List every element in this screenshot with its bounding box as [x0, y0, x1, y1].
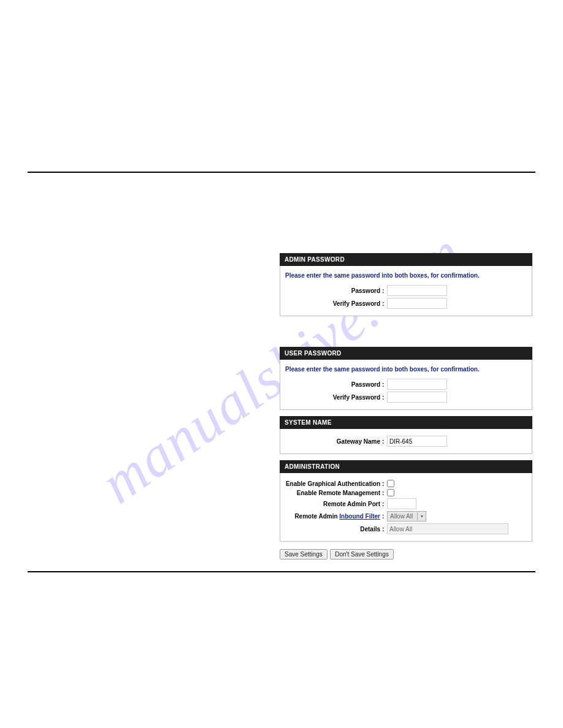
administration-header: ADMINISTRATION: [280, 460, 532, 473]
enable-graphical-auth-label: Enable Graphical Authentication: [285, 480, 382, 487]
remote-admin-filter-selected: Allow All: [390, 513, 417, 520]
save-settings-button[interactable]: Save Settings: [280, 549, 327, 559]
remote-admin-port-label: Remote Admin Port: [285, 501, 382, 507]
remote-admin-filter-dropdown[interactable]: Allow All ▾: [387, 511, 426, 521]
user-password-label: Password: [285, 381, 382, 388]
admin-verify-password-label: Verify Password: [285, 300, 382, 307]
system-name-panel: SYSTEM NAME Gateway Name :: [280, 416, 532, 454]
admin-password-input[interactable]: [387, 285, 447, 296]
remote-admin-port-input[interactable]: [387, 498, 416, 509]
user-password-instruction: Please enter the same password into both…: [285, 366, 527, 373]
enable-graphical-auth-checkbox[interactable]: [387, 480, 394, 487]
user-password-panel: USER PASSWORD Please enter the same pass…: [280, 347, 532, 410]
administration-panel: ADMINISTRATION Enable Graphical Authenti…: [280, 460, 532, 542]
enable-remote-management-label: Enable Remote Management: [285, 490, 382, 496]
remote-admin-inbound-filter-label: Remote Admin Inbound Filter: [285, 513, 382, 520]
horizontal-rule-top: [28, 172, 535, 173]
user-verify-password-label: Verify Password: [285, 394, 382, 401]
horizontal-rule-bottom: [28, 571, 535, 572]
admin-verify-password-input[interactable]: [387, 298, 447, 309]
inbound-filter-link[interactable]: Inbound Filter: [339, 513, 380, 520]
details-input: [387, 523, 508, 534]
admin-password-header: ADMIN PASSWORD: [280, 253, 532, 266]
chevron-down-icon: ▾: [417, 512, 426, 520]
admin-password-instruction: Please enter the same password into both…: [285, 272, 527, 279]
action-buttons-row: Save Settings Don't Save Settings: [280, 548, 532, 559]
gateway-name-label: Gateway Name: [285, 438, 382, 445]
dont-save-settings-button[interactable]: Don't Save Settings: [330, 549, 394, 559]
gateway-name-input[interactable]: [387, 436, 447, 447]
admin-password-panel: ADMIN PASSWORD Please enter the same pas…: [280, 253, 532, 316]
user-password-input[interactable]: [387, 379, 447, 390]
admin-password-label: Password: [285, 287, 382, 294]
details-label: Details: [285, 526, 382, 533]
system-name-header: SYSTEM NAME: [280, 416, 532, 429]
enable-remote-management-checkbox[interactable]: [387, 489, 394, 496]
user-verify-password-input[interactable]: [387, 392, 447, 403]
settings-column: ADMIN PASSWORD Please enter the same pas…: [280, 253, 532, 559]
user-password-header: USER PASSWORD: [280, 347, 532, 360]
